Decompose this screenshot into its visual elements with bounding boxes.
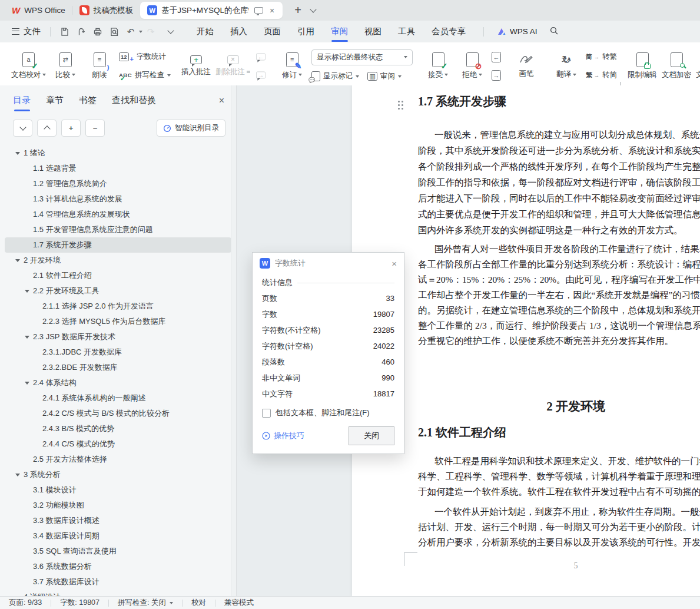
finalize-document-button[interactable]: ✓ 文档定稿 <box>696 48 700 84</box>
translate-button[interactable]: ↻ 文A 翻译 <box>552 48 581 84</box>
next-change-button[interactable]: → <box>492 69 501 82</box>
collapse-all-button[interactable] <box>37 120 57 137</box>
previous-change-button[interactable]: ← <box>492 51 501 64</box>
toc-item[interactable]: 2.3.1.JDBC 开发数据库 <box>5 345 231 360</box>
restrict-editing-button[interactable]: 限制编辑 <box>628 48 657 84</box>
ribbon-tab-插入[interactable]: 插入 <box>222 22 256 41</box>
include-footnotes-checkbox[interactable]: 包括文本框、脚注和尾注(F) <box>262 408 394 418</box>
collapse-arrow-icon[interactable] <box>25 336 33 339</box>
checkbox-icon[interactable] <box>262 409 271 418</box>
ribbon-tab-开始[interactable]: 开始 <box>188 22 222 41</box>
tab-document-active[interactable]: W 基于JSP+MYSQL的仓库管理系统 × <box>140 2 283 19</box>
print-icon[interactable] <box>89 24 106 39</box>
toc-item[interactable]: 1.7 系统开发步骤 <box>5 237 231 253</box>
zoom-in-outline-button[interactable]: + <box>61 120 81 137</box>
ribbon-tab-页面[interactable]: 页面 <box>256 22 289 41</box>
toc-item[interactable]: 3.3 数据库设计概述 <box>5 513 231 528</box>
toc-item[interactable]: 1 绪论 <box>5 145 231 161</box>
close-tab-icon[interactable]: × <box>268 6 276 15</box>
ribbon-tab-引用[interactable]: 引用 <box>289 22 323 41</box>
close-sidebar-icon[interactable]: × <box>219 95 225 111</box>
insert-comment-button[interactable]: + 插入批注 <box>181 48 211 84</box>
show-markup-button[interactable]: 💬 显示标记 <box>311 70 359 83</box>
previous-comment-button[interactable]: ← <box>255 51 267 64</box>
reject-change-button[interactable]: ⊘ 拒绝 <box>457 48 487 84</box>
toc-item[interactable]: 2.1 软件工程介绍 <box>5 268 231 283</box>
close-button[interactable]: 关闭 <box>349 426 394 445</box>
save-icon[interactable] <box>57 24 73 39</box>
toc-item[interactable]: 3.7 系统数据库设计 <box>5 574 231 590</box>
toc-item[interactable]: 1.1 选题背景 <box>5 161 231 176</box>
undo-button[interactable]: ↶ <box>122 24 142 39</box>
close-dialog-icon[interactable]: × <box>392 259 397 269</box>
toc-item[interactable]: 3.1 模块设计 <box>5 482 231 498</box>
sidebar-tab-目录[interactable]: 目录 <box>13 95 31 111</box>
pen-button[interactable]: 画笔 <box>512 48 541 84</box>
toc-item[interactable]: 1.3 计算机信息系统的发展 <box>5 191 231 207</box>
ribbon-tab-审阅[interactable]: 审阅 <box>323 22 356 41</box>
toc-item[interactable]: 2.2 开发环境及工具 <box>5 283 231 299</box>
tab-docer-templates[interactable]: 找稿壳模板 <box>72 2 141 19</box>
ribbon-tab-视图[interactable]: 视图 <box>356 22 390 41</box>
sidebar-tab-章节[interactable]: 章节 <box>46 95 64 111</box>
doc-proofread-button[interactable]: a✓ 文档校对 <box>11 48 46 84</box>
toc-item[interactable]: 3 系统分析 <box>5 467 231 482</box>
search-icon[interactable] <box>549 26 559 38</box>
collapse-arrow-icon[interactable] <box>15 152 24 155</box>
print-preview-icon[interactable] <box>106 24 122 39</box>
to-simplified-button[interactable]: 繁→ 转简 <box>586 69 617 82</box>
sidebar-scrollbar[interactable] <box>231 85 236 597</box>
status-page[interactable]: 页面: 9/33 <box>0 598 51 608</box>
tips-link[interactable]: 操作技巧 <box>262 431 304 441</box>
ribbon-tab-工具[interactable]: 工具 <box>390 22 423 41</box>
collapse-arrow-icon[interactable] <box>15 259 24 262</box>
toc-item[interactable]: 2.4.2 C/S 模式与 B/S 模式的比较分析 <box>5 406 231 421</box>
zoom-out-outline-button[interactable]: − <box>85 120 105 137</box>
smart-toc-button[interactable]: 智能识别目录 <box>157 120 225 137</box>
spell-check-button[interactable]: ABC✓ 拼写检查 <box>119 69 171 82</box>
toc-item[interactable]: 1.5 开发管理信息系统应注意的问题 <box>5 222 231 237</box>
toc-item[interactable]: 3.5 SQL 查询语言及使用 <box>5 544 231 559</box>
status-proofread[interactable]: 校对 <box>183 598 215 608</box>
delete-comment-button[interactable]: × 删除批注 <box>215 48 250 84</box>
read-aloud-button[interactable]: ≡) 朗读 <box>85 48 114 84</box>
paragraph-drag-handle-icon[interactable] <box>398 101 404 110</box>
encrypt-document-button[interactable]: 文档加密 <box>662 48 691 84</box>
sidebar-tab-查找和替换[interactable]: 查找和替换 <box>112 95 156 111</box>
toc-item[interactable]: 3.6 系统数据分析 <box>5 559 231 574</box>
toc-item[interactable]: 1.4 管理信息系统的发展现状 <box>5 207 231 222</box>
toc-item[interactable]: 2.3.2.BDE 开发数据库 <box>5 360 231 375</box>
word-count-button[interactable]: 12+ 字数统计 <box>119 51 171 64</box>
track-changes-button[interactable]: ≡✎ 修订 <box>277 48 307 84</box>
new-tab-button[interactable]: + <box>291 4 305 17</box>
toc-item[interactable]: 3.2 功能模块图 <box>5 498 231 513</box>
tab-list-chevron-icon[interactable] <box>310 6 316 12</box>
toc-item[interactable]: 2.2.3 选择 MYSQL5 作为后台数据库 <box>5 314 231 329</box>
review-pane-button[interactable]: ▥ 审阅 <box>367 70 402 83</box>
toc-item[interactable]: 1.2 管理信息系统简介 <box>5 176 231 191</box>
toc-item[interactable]: 2 开发环境 <box>5 253 231 268</box>
wps-ai-button[interactable]: WPS AI <box>497 27 538 36</box>
toc-item[interactable]: 3.4 数据库设计周期 <box>5 528 231 544</box>
toc-item[interactable]: 2.5 开发方法整体选择 <box>5 452 231 467</box>
markup-state-select[interactable]: 显示标记的最终状态 <box>311 49 413 65</box>
status-word-count[interactable]: 字数: 19807 <box>51 598 108 608</box>
collapse-arrow-icon[interactable] <box>15 474 24 476</box>
export-icon[interactable] <box>73 24 89 39</box>
accept-change-button[interactable]: ✓ 接受 <box>423 48 453 84</box>
tab-wps-office[interactable]: W WPS Office <box>5 2 72 19</box>
file-menu-button[interactable]: 文件 <box>8 24 44 39</box>
status-compat-mode[interactable]: 兼容模式 <box>215 598 263 608</box>
toc-item[interactable]: 2.1.1 选择 JSP 2.0 作为开发语言 <box>5 299 231 314</box>
next-comment-button[interactable]: → <box>255 69 267 82</box>
compare-button[interactable]: ⇄ 比较 <box>51 48 80 84</box>
to-traditional-button[interactable]: 简→ 转繁 <box>586 51 617 64</box>
toc-item[interactable]: 2.4.1 系统体系机构的一般阐述 <box>5 390 231 406</box>
sidebar-tab-书签[interactable]: 书签 <box>79 95 97 111</box>
status-spellcheck[interactable]: 拼写检查: 关闭 <box>109 598 182 608</box>
toc-item[interactable]: 2.4.4 C/S 模式的优势 <box>5 436 231 452</box>
expand-all-button[interactable] <box>13 120 32 137</box>
toolbar-more-chevron-icon[interactable] <box>167 27 174 34</box>
toc-item[interactable]: 2.4 体系结构 <box>5 375 231 390</box>
collapse-arrow-icon[interactable] <box>25 382 33 385</box>
